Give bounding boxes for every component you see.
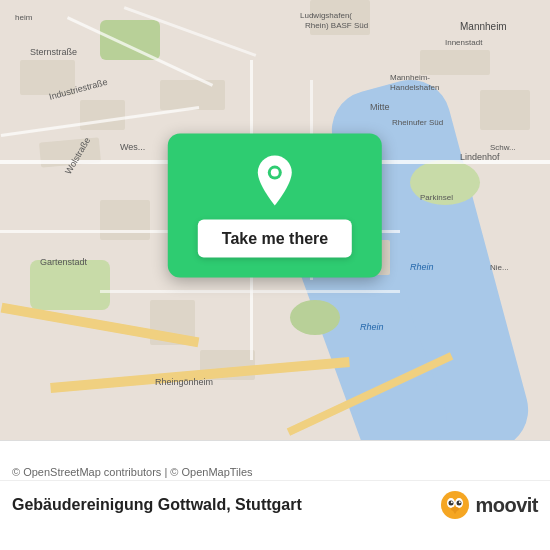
footer: © OpenStreetMap contributors | © OpenMap… xyxy=(0,440,550,550)
moovit-owl-icon xyxy=(439,489,471,521)
app: Mannheim Innenstadt Mannheim- Handelshaf… xyxy=(0,0,550,550)
park-center xyxy=(290,300,340,335)
overlay-card: Take me there xyxy=(168,134,382,278)
block-9 xyxy=(420,50,490,75)
block-10 xyxy=(480,90,530,130)
block-2 xyxy=(80,100,125,130)
svg-point-23 xyxy=(271,169,279,177)
moovit-logo: moovit xyxy=(439,489,538,521)
block-4 xyxy=(100,200,150,240)
svg-point-30 xyxy=(459,501,461,503)
location-pin-icon xyxy=(253,154,297,208)
block-11 xyxy=(310,0,370,35)
block-5 xyxy=(160,80,225,110)
location-name: Gebäudereinigung Gottwald, Stuttgart xyxy=(12,496,302,514)
svg-point-29 xyxy=(451,501,453,503)
take-me-there-button[interactable]: Take me there xyxy=(198,220,352,258)
svg-point-24 xyxy=(441,491,469,519)
moovit-brand-text: moovit xyxy=(475,494,538,517)
location-row: Gebäudereinigung Gottwald, Stuttgart moo… xyxy=(0,481,550,529)
svg-point-28 xyxy=(457,501,462,506)
map-area: Mannheim Innenstadt Mannheim- Handelshaf… xyxy=(0,0,550,440)
svg-point-27 xyxy=(449,501,454,506)
attribution-text: © OpenStreetMap contributors | © OpenMap… xyxy=(0,462,550,481)
park-right xyxy=(410,160,480,205)
block-1 xyxy=(20,60,75,95)
svg-point-31 xyxy=(451,507,459,511)
park-left xyxy=(30,260,110,310)
